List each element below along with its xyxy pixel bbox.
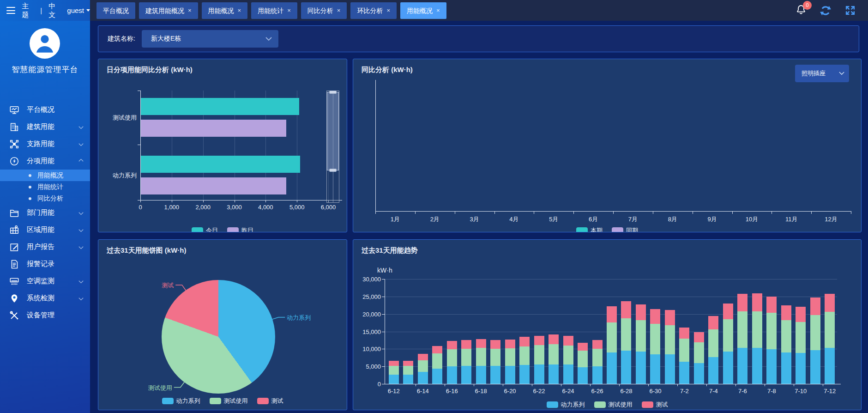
theme-menu[interactable]: 主题 — [22, 2, 34, 19]
sidebar-item-label: 空调监测 — [27, 277, 54, 285]
avatar[interactable] — [30, 28, 60, 59]
legend-label: 本期 — [591, 226, 603, 232]
y-category-label: 测试使用 — [103, 114, 137, 122]
tab-label: 平台概况 — [103, 2, 129, 19]
legend-label: 今日 — [206, 226, 218, 232]
sidebar-item-alarm-records[interactable]: 报警记录 — [0, 255, 90, 273]
stacked-bar-segment — [708, 316, 718, 329]
stacked-bar-segment — [592, 366, 603, 384]
tab-yoy-analysis[interactable]: 同比分析× — [301, 2, 347, 19]
sidebar-item-department-energy[interactable]: 部门用能 — [0, 204, 90, 221]
legend-item-动力系列[interactable]: 动力系列 — [547, 401, 585, 409]
user-menu[interactable]: guest — [67, 6, 90, 14]
pie-circle[interactable] — [162, 280, 275, 394]
stacked-bar-segment — [490, 340, 500, 349]
x-axis-tick — [794, 384, 794, 386]
stacked-bar-segment — [418, 354, 428, 360]
fullscreen-icon[interactable] — [844, 5, 856, 16]
building-select[interactable]: 新大楼E栋 — [142, 30, 278, 48]
x-axis-tick — [823, 384, 823, 386]
stacked-bar-segment — [737, 311, 747, 348]
datazoom-slider[interactable] — [326, 91, 339, 203]
x-axis-line — [138, 200, 342, 200]
stacked-bar-segment — [636, 320, 646, 352]
close-tab-icon[interactable]: × — [337, 2, 341, 19]
sidebar-item-label: 报警记录 — [27, 260, 54, 268]
datazoom-window[interactable] — [327, 92, 339, 170]
yoy-analysis-chart[interactable]: 1月2月3月4月5月6月7月8月9月10月11月12月本期同期 — [353, 59, 861, 232]
stacked-bar-segment — [723, 319, 733, 352]
menu-toggle-icon[interactable] — [6, 7, 15, 14]
chevron-down-icon — [78, 226, 84, 234]
stacked-bar-segment — [665, 325, 675, 355]
day-subentry-yoy-chart[interactable]: 01,0002,0003,0004,0005,0006,000测试使用动力系列今… — [98, 59, 347, 232]
energy-pie-chart[interactable]: 动力系列测试使用测试动力系列测试使用测试 — [98, 240, 347, 410]
notifications-button[interactable]: 0 — [796, 4, 807, 17]
chart-legend: 动力系列测试使用测试 — [353, 401, 861, 409]
sidebar-item-system-detection[interactable]: 系统检测 — [0, 290, 90, 307]
sidebar-item-energy-stats[interactable]: 用能统计 — [0, 181, 90, 193]
close-tab-icon[interactable]: × — [188, 2, 192, 19]
tab-building-energy-overview[interactable]: 建筑用能概况× — [139, 2, 198, 19]
tab-mom-analysis[interactable]: 环比分析× — [350, 2, 397, 19]
sidebar-item-yoy-analysis[interactable]: 同比分析 — [0, 193, 90, 204]
user-avatar-icon — [32, 30, 58, 56]
sidebar-menu: 平台概况建筑用能支路用能分项用能用能概况用能统计同比分析部门用能区域用能用户报告… — [0, 101, 90, 324]
x-tick-label: 6-28 — [619, 388, 633, 395]
x-axis-tick — [706, 384, 707, 386]
sidebar-item-user-report[interactable]: 用户报告 — [0, 238, 90, 255]
legend-item-测试[interactable]: 测试 — [257, 397, 283, 405]
y-axis-tick — [138, 200, 140, 200]
pie-label-测试: 测试 — [162, 281, 174, 290]
stacked-bar-segment — [737, 294, 747, 311]
sidebar-item-branch-energy[interactable]: 支路用能 — [0, 135, 90, 152]
close-tab-icon[interactable]: × — [436, 2, 440, 19]
sidebar-item-platform-overview[interactable]: 平台概况 — [0, 101, 90, 118]
close-tab-icon[interactable]: × — [386, 2, 390, 19]
legend-item-昨日[interactable]: 昨日 — [227, 226, 253, 232]
x-tick-label: 7-6 — [735, 388, 750, 395]
sidebar-item-label: 区域用能 — [27, 225, 54, 234]
stacked-bar-segment — [578, 343, 588, 351]
panel-pie-31days: 过去31天用能饼图 (kW·h) 动力系列测试使用测试动力系列测试使用测试 — [98, 239, 347, 410]
datazoom-handle-bottom[interactable] — [329, 169, 337, 172]
tab-energy-overview[interactable]: 用能概况× — [202, 2, 248, 19]
sidebar-item-ac-monitoring[interactable]: 空调监测 — [0, 273, 90, 290]
x-tick-label: 6,000 — [316, 204, 340, 211]
tab-label: 用能概况 — [208, 2, 234, 19]
legend-label: 测试 — [656, 401, 668, 409]
language-menu[interactable]: 中文 — [48, 2, 60, 19]
sidebar-item-building-energy[interactable]: 建筑用能 — [0, 118, 90, 135]
datazoom-handle-top[interactable] — [329, 91, 337, 94]
stacked-bar-segment — [563, 364, 573, 384]
sidebar-item-device-management[interactable]: 设备管理 — [0, 307, 90, 324]
sidebar-item-region-energy[interactable]: 区域用能 — [0, 221, 90, 238]
close-tab-icon[interactable]: × — [287, 2, 291, 19]
stacked-bar-segment — [534, 345, 544, 364]
x-tick-label: 6-22 — [532, 388, 546, 395]
x-tick-label: 6-12 — [386, 388, 401, 395]
legend-item-测试[interactable]: 测试 — [642, 401, 668, 409]
refresh-icon[interactable] — [820, 5, 832, 17]
legend-item-今日[interactable]: 今日 — [192, 226, 218, 232]
energy-trend-chart[interactable]: kW·h05,00010,00015,00020,00025,00030,000… — [353, 240, 861, 410]
legend-swatch — [642, 401, 653, 408]
document-icon — [9, 259, 19, 269]
bar-今日-动力系列 — [141, 156, 300, 173]
legend-item-同期[interactable]: 同期 — [612, 226, 638, 232]
building-name-label: 建筑名称: — [108, 35, 135, 43]
sidebar-item-subentry-energy[interactable]: 分项用能 — [0, 152, 90, 170]
pie-label-测试使用: 测试使用 — [148, 384, 172, 392]
stacked-bar-segment — [708, 357, 718, 384]
topbar-left: 主题 | 中文 guest — [0, 0, 90, 21]
legend-item-测试使用[interactable]: 测试使用 — [594, 401, 633, 409]
legend-item-本期[interactable]: 本期 — [576, 226, 603, 232]
legend-item-动力系列[interactable]: 动力系列 — [162, 397, 200, 405]
tab-platform-overview[interactable]: 平台概况 — [96, 2, 135, 19]
tab-energy-stats[interactable]: 用能统计× — [251, 2, 297, 19]
close-tab-icon[interactable]: × — [238, 2, 241, 19]
sidebar-item-energy-overview[interactable]: 用能概况 — [0, 170, 90, 181]
stacked-bar-segment — [694, 342, 704, 364]
legend-item-测试使用[interactable]: 测试使用 — [210, 397, 248, 405]
tab-energy-overview-active[interactable]: 用能概况× — [400, 2, 446, 19]
